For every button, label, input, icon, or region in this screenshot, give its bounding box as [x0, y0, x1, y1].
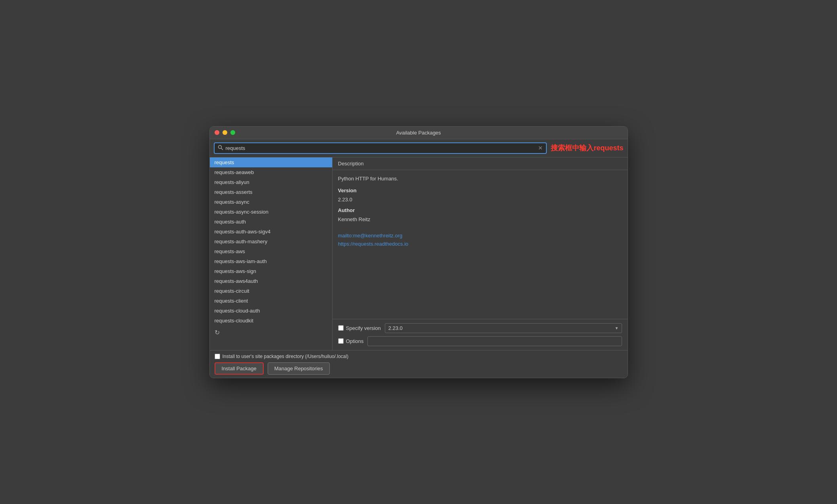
- refresh-icon[interactable]: ↻: [215, 329, 220, 336]
- version-label: Version: [338, 187, 622, 195]
- main-window: Available Packages ✕ 搜索框中输入requests requ…: [209, 126, 628, 378]
- description-footer: Specify version 2.23.0 2.22.0 2.21.0 2.2…: [333, 319, 628, 350]
- description-panel: Description Python HTTP for Humans. Vers…: [333, 157, 628, 350]
- mailto-link[interactable]: mailto:me@kennethreitz.org: [338, 232, 622, 240]
- install-site-checkbox[interactable]: [215, 354, 220, 359]
- specify-version-row: Specify version 2.23.0 2.22.0 2.21.0 2.2…: [338, 323, 622, 333]
- install-site-label: Install to user's site packages director…: [223, 354, 348, 359]
- version-value: 2.23.0: [338, 196, 622, 204]
- list-item[interactable]: requests-cloudkit: [210, 316, 332, 326]
- list-footer: ↻: [210, 326, 332, 339]
- list-item[interactable]: requests-auth-aws-sigv4: [210, 227, 332, 237]
- options-checkbox[interactable]: [338, 338, 344, 344]
- install-package-button[interactable]: Install Package: [215, 362, 264, 375]
- list-item[interactable]: requests-aws4auth: [210, 276, 332, 286]
- docs-link[interactable]: https://requests.readthedocs.io: [338, 240, 622, 248]
- list-item[interactable]: requests: [210, 157, 332, 167]
- options-input[interactable]: [367, 336, 622, 346]
- list-item[interactable]: requests-cloud-auth: [210, 306, 332, 316]
- list-item[interactable]: requests-async-session: [210, 207, 332, 217]
- annotation-text: 搜索框中输入requests: [551, 143, 623, 153]
- close-button[interactable]: [215, 130, 219, 135]
- traffic-lights: [215, 130, 235, 135]
- list-item[interactable]: requests-aliyun: [210, 177, 332, 187]
- svg-line-1: [221, 148, 223, 150]
- options-row: Options: [338, 336, 622, 346]
- options-checkbox-label[interactable]: Options: [338, 338, 364, 344]
- specify-version-checkbox-label[interactable]: Specify version: [338, 325, 381, 331]
- search-bar: ✕: [214, 142, 547, 154]
- list-item[interactable]: requests-aeaweb: [210, 167, 332, 177]
- list-item[interactable]: requests-async: [210, 197, 332, 207]
- description-body: Python HTTP for Humans. Version 2.23.0 A…: [333, 170, 628, 319]
- minimize-button[interactable]: [223, 130, 227, 135]
- package-summary: Python HTTP for Humans.: [338, 175, 622, 183]
- search-input[interactable]: [226, 145, 536, 151]
- list-item[interactable]: requests-aws: [210, 246, 332, 256]
- list-item[interactable]: requests-aws-iam-auth: [210, 256, 332, 266]
- list-item[interactable]: requests-auth: [210, 217, 332, 227]
- package-list-panel: requests requests-aeaweb requests-aliyun…: [210, 157, 333, 350]
- list-item[interactable]: requests-aws-sign: [210, 266, 332, 276]
- specify-version-label: Specify version: [346, 325, 381, 331]
- description-header: Description: [333, 157, 628, 170]
- search-clear-button[interactable]: ✕: [538, 145, 543, 151]
- list-item[interactable]: requests-asserts: [210, 187, 332, 197]
- title-bar: Available Packages: [210, 127, 628, 139]
- manage-repositories-button[interactable]: Manage Repositories: [268, 362, 330, 375]
- search-icon: [218, 145, 223, 152]
- version-select-wrapper: 2.23.0 2.22.0 2.21.0 2.20.0 2.19.0: [385, 323, 622, 333]
- action-buttons: Install Package Manage Repositories: [215, 362, 623, 375]
- search-bar-wrapper: ✕ 搜索框中输入requests: [210, 139, 628, 157]
- list-item[interactable]: requests-client: [210, 296, 332, 306]
- list-item[interactable]: requests-circuit: [210, 286, 332, 296]
- main-content: requests requests-aeaweb requests-aliyun…: [210, 157, 628, 350]
- bottom-bar: Install to user's site packages director…: [210, 350, 628, 378]
- author-value: Kenneth Reitz: [338, 216, 622, 224]
- options-label: Options: [346, 338, 364, 344]
- list-item[interactable]: requests-auth-mashery: [210, 237, 332, 246]
- specify-version-checkbox[interactable]: [338, 325, 344, 331]
- window-title: Available Packages: [396, 130, 441, 136]
- install-site-row: Install to user's site packages director…: [215, 354, 623, 359]
- author-label: Author: [338, 207, 622, 215]
- maximize-button[interactable]: [230, 130, 235, 135]
- version-select[interactable]: 2.23.0 2.22.0 2.21.0 2.20.0 2.19.0: [385, 323, 622, 333]
